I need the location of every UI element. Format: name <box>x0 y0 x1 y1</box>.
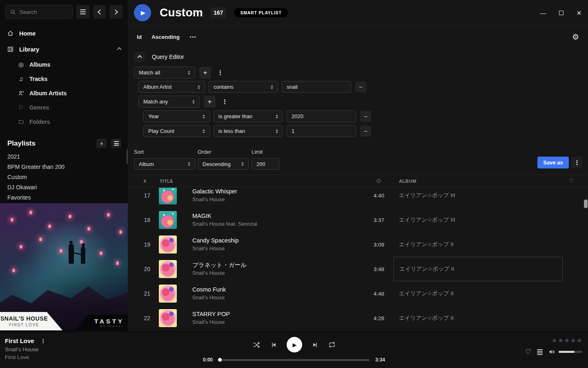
sidebar-item-library[interactable]: Library <box>0 41 128 57</box>
track-artist[interactable]: Snail’s House feat. Sennzai <box>192 220 352 228</box>
volume-button[interactable] <box>548 348 555 355</box>
forward-button[interactable] <box>109 5 122 19</box>
sort-field-button[interactable]: Id <box>137 34 142 40</box>
sort-direction-button[interactable]: Ascending <box>151 34 180 40</box>
group-menu-button[interactable]: ⋮ <box>215 69 225 76</box>
track-row[interactable]: 19 Candy SpaceshipSnail’s House 3:09 エイリ… <box>128 232 588 257</box>
sidebar-item-album-artists[interactable]: Album Artists <box>0 86 128 100</box>
track-row[interactable]: 21 Cosmo FunkSnail’s House 4:48 エイリアン☆ポッ… <box>128 281 588 306</box>
chevron-up-icon[interactable] <box>117 47 121 52</box>
seek-slider[interactable] <box>218 359 370 361</box>
playlist-item[interactable]: Favorites <box>0 192 128 202</box>
sort-select[interactable]: Album <box>134 158 195 170</box>
track-title[interactable]: MAGIK <box>192 212 352 220</box>
star-icon[interactable]: ★ <box>564 337 570 344</box>
sidebar-item-home[interactable]: Home <box>0 25 128 41</box>
search-box[interactable] <box>5 5 73 19</box>
save-menu-button[interactable]: ⋮ <box>571 157 583 168</box>
track-album-focused[interactable]: エイリアン☆ポップ II <box>394 257 563 281</box>
track-title[interactable]: Cosmo Funk <box>192 285 352 294</box>
track-row[interactable]: 18 MAGIKSnail’s House feat. Sennzai 3:37… <box>128 208 588 232</box>
track-artist[interactable]: Snail’s House <box>192 196 352 204</box>
remove-rule-button[interactable]: − <box>355 81 366 92</box>
playlist-item[interactable]: Custom <box>0 172 128 182</box>
star-icon[interactable]: ★ <box>558 337 564 344</box>
track-artist[interactable]: Snail’s House <box>192 245 352 253</box>
sidebar-item-albums[interactable]: ◎ Albums <box>0 57 128 72</box>
rule-field-select[interactable]: Play Count <box>143 125 210 137</box>
volume-slider[interactable] <box>559 351 582 353</box>
star-icon[interactable]: ★ <box>551 337 557 344</box>
limit-input[interactable] <box>252 158 279 170</box>
settings-gear-button[interactable]: ⚙ <box>572 32 579 42</box>
track-album[interactable]: エイリアン☆ポップ II <box>394 232 563 257</box>
match-type-select[interactable]: Match all <box>134 67 195 79</box>
save-as-button[interactable]: Save as <box>537 157 569 168</box>
track-album[interactable]: エイリアン☆ポップ II <box>394 306 563 330</box>
remove-rule-button[interactable]: − <box>360 126 371 137</box>
queue-button[interactable] <box>537 349 543 355</box>
star-icon[interactable]: ★ <box>577 337 582 344</box>
playlist-list-button[interactable] <box>111 139 121 148</box>
search-input[interactable] <box>20 9 68 15</box>
now-playing-artist[interactable]: Snail’s House <box>5 346 46 352</box>
minimize-button[interactable]: — <box>540 9 546 16</box>
now-playing-album-art[interactable]: SNAIL'S HOUSE FIRST LOVE TASTY BETAMAXI <box>0 203 128 330</box>
remove-rule-button[interactable]: − <box>360 111 371 122</box>
previous-track-button[interactable] <box>270 341 277 348</box>
column-header-title[interactable]: TITLE <box>159 179 352 184</box>
track-artist[interactable]: Snail’s House <box>192 319 352 326</box>
now-playing-album[interactable]: First Love <box>5 354 46 360</box>
rule-operator-select[interactable]: is less than <box>214 125 283 137</box>
track-title[interactable]: Galactic Whisper <box>192 188 352 196</box>
more-options-button[interactable]: ⋯ <box>189 33 196 41</box>
playlist-item[interactable]: BPM Greater than 200 <box>0 162 128 172</box>
shuffle-button[interactable] <box>252 341 261 349</box>
seek-handle[interactable] <box>218 358 222 362</box>
track-album[interactable]: エイリアン☆ポップ III <box>394 188 563 208</box>
now-playing-menu-button[interactable]: ⋮ <box>40 338 46 344</box>
track-artist[interactable]: Snail’s House <box>192 294 352 302</box>
track-title[interactable]: STARRY POP <box>192 310 352 319</box>
rule-operator-select[interactable]: contains <box>209 81 278 93</box>
play-pause-button[interactable]: ▶ <box>287 337 302 352</box>
rule-value-input[interactable] <box>282 81 351 93</box>
playlist-item[interactable]: DJ Okawari <box>0 182 128 192</box>
add-playlist-button[interactable]: + <box>96 139 107 148</box>
column-header-album[interactable]: ALBUM <box>394 179 563 184</box>
star-icon[interactable]: ★ <box>570 337 576 344</box>
track-title[interactable]: プラネット・ガール <box>192 261 352 269</box>
sidebar-item-folders[interactable]: Folders <box>0 114 128 129</box>
rule-value-input[interactable] <box>287 125 356 137</box>
track-album[interactable]: エイリアン☆ポップ II <box>394 281 563 306</box>
now-playing-title[interactable]: First Love <box>5 337 34 344</box>
track-row[interactable]: 17 Galactic WhisperSnail’s House 4:40 エイ… <box>128 188 588 208</box>
back-button[interactable] <box>93 5 106 19</box>
track-row[interactable]: 22 STARRY POPSnail’s House 4:28 エイリアン☆ポッ… <box>128 306 588 330</box>
column-header-favorite[interactable]: ♡ <box>563 178 588 184</box>
menu-button[interactable] <box>76 5 89 19</box>
add-rule-button[interactable]: + <box>204 96 216 108</box>
repeat-button[interactable] <box>328 341 336 349</box>
close-button[interactable]: ✕ <box>576 9 582 17</box>
sidebar-item-tracks[interactable]: ♫ Tracks <box>0 72 128 86</box>
next-track-button[interactable] <box>312 341 318 348</box>
collapse-query-editor-button[interactable] <box>134 52 145 62</box>
favorite-button[interactable]: ♡ <box>525 348 531 356</box>
scrollbar-thumb[interactable] <box>584 200 588 208</box>
play-playlist-button[interactable]: ▶ <box>134 4 151 21</box>
rule-value-input[interactable] <box>287 110 356 122</box>
track-title[interactable]: Candy Spaceship <box>192 236 352 245</box>
track-album[interactable]: エイリアン☆ポップ III <box>394 208 563 232</box>
sidebar-item-genres[interactable]: ⚐ Genres <box>0 100 128 114</box>
rating-stars[interactable]: ★★★★★ <box>525 337 582 344</box>
match-type-select[interactable]: Match any <box>138 96 200 108</box>
column-header-index[interactable]: # <box>128 179 159 184</box>
add-rule-button[interactable]: + <box>199 67 211 79</box>
rule-field-select[interactable]: Year <box>143 110 210 122</box>
track-artist[interactable]: Snail’s House <box>192 269 352 277</box>
track-row[interactable]: 20 プラネット・ガールSnail’s House 3:48 エイリアン☆ポップ… <box>128 257 588 281</box>
playlist-item[interactable]: 2021 <box>0 151 128 162</box>
rule-field-select[interactable]: Album Artist <box>138 81 205 93</box>
group-menu-button[interactable]: ⋮ <box>220 98 230 105</box>
